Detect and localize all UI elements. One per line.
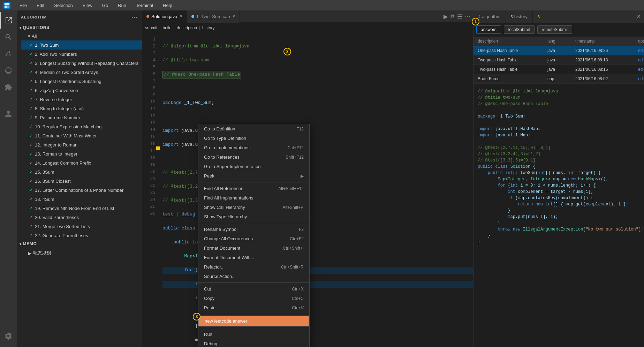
- ctx-show-type-hierarchy[interactable]: Show Type Hierarchy: [198, 212, 309, 221]
- ctx-change-all-occurrences[interactable]: Change All Occurrences Ctrl+F2: [198, 234, 309, 243]
- menu-help[interactable]: Help: [161, 2, 174, 9]
- menu-go[interactable]: Go: [100, 2, 110, 9]
- ctx-peek[interactable]: Peek ▶: [198, 171, 309, 181]
- ctx-run[interactable]: Run: [198, 330, 309, 339]
- ctx-go-to-super[interactable]: Go to Super Implementation: [198, 162, 309, 171]
- td-edit-4[interactable]: edit: [634, 74, 644, 83]
- question-item-17[interactable]: ✓ 17. Letter Combinations of a Phone Num…: [21, 186, 142, 195]
- question-item-21[interactable]: ✓ 21. Merge Two Sorted Lists: [21, 222, 142, 231]
- question-item-14[interactable]: ✓ 14. Longest Common Prefix: [21, 158, 142, 167]
- section-questions[interactable]: ▾ QUESTIONS: [17, 24, 142, 31]
- menu-view[interactable]: View: [81, 2, 94, 9]
- td-edit-3[interactable]: edit: [634, 65, 644, 74]
- split-editor-button[interactable]: ⧉: [450, 13, 454, 20]
- table-row-2[interactable]: Two-pass Hash Table java 2021/06/16 08:1…: [473, 55, 644, 65]
- rpanel-tab-history[interactable]: 5 history: [506, 10, 533, 23]
- table-row-3[interactable]: Two-pass Hash Table java 2021/06/16 08:1…: [473, 65, 644, 74]
- question-item-5[interactable]: ✓ 5. Longest Palindromic Substring: [21, 77, 142, 86]
- question-item-18[interactable]: ✓ 18. 4Sum: [21, 195, 142, 204]
- context-menu: Go to Definition F12 Go to Type Definiti…: [198, 124, 310, 347]
- table-row-1[interactable]: One-pass Hash Table java 2021/06/16 08:2…: [473, 46, 644, 55]
- ctx-debug[interactable]: Debug: [198, 339, 309, 347]
- section-memo[interactable]: ▾ MEMO: [17, 240, 142, 248]
- question-item-7[interactable]: ✓ 7. Reverse Integer: [21, 95, 142, 104]
- question-item-13[interactable]: ✓ 13. Roman to Integer: [21, 149, 142, 158]
- question-item-8[interactable]: ✓ 8. String to Integer (atoi): [21, 104, 142, 113]
- ctx-format-document-with[interactable]: Format Document With...: [198, 253, 309, 262]
- code-editor[interactable]: 12345 678910 1112131415 1617181920 21222…: [142, 33, 473, 347]
- ctx-find-all-refs[interactable]: Find All References Alt+Shift+F12: [198, 184, 309, 193]
- question-item-12[interactable]: ✓ 12. Integer to Roman: [21, 140, 142, 149]
- question-item-1[interactable]: ✓ 1. Two Sum: [21, 40, 142, 50]
- tab-two-sum-cao[interactable]: 1_Two_Sum.cao ×: [187, 10, 240, 23]
- question-item-20[interactable]: ✓ 20. Valid Parentheses: [21, 213, 142, 222]
- menu-file[interactable]: File: [17, 2, 29, 9]
- activity-search[interactable]: [0, 29, 17, 45]
- tab-solution-java[interactable]: Solution.java ×: [142, 10, 187, 23]
- td-edit-1[interactable]: edit: [634, 46, 644, 55]
- svg-rect-2: [5, 6, 7, 8]
- question-item-4[interactable]: ✓ 4. Median of Two Sorted Arrays: [21, 68, 142, 77]
- rpanel-tab-6[interactable]: 6: [533, 10, 546, 23]
- toolbar-description[interactable]: description: [177, 25, 197, 30]
- ctx-copy[interactable]: Copy Ctrl+C: [198, 294, 309, 303]
- chevron-questions: ▾: [20, 26, 22, 30]
- question-item-22[interactable]: ✓ 22. Generate Parentheses: [21, 231, 142, 240]
- toolbar-history[interactable]: history: [202, 25, 214, 30]
- menu-bar: File Edit Selection View Go Run Terminal…: [0, 0, 644, 10]
- menu-selection[interactable]: Selection: [52, 2, 75, 9]
- td-time-4: 2021/06/16 08:02: [571, 74, 634, 83]
- local-submit-button[interactable]: localSubmit: [504, 25, 535, 34]
- check-5: ✓: [29, 79, 33, 84]
- ctx-new-leetcode-answer[interactable]: new leetcode answer: [198, 316, 309, 326]
- activity-debug[interactable]: [0, 62, 17, 79]
- table-row-4[interactable]: Brute Force cpp 2021/06/16 08:02 edit: [473, 74, 644, 84]
- question-item-19[interactable]: ✓ 19. Remove Nth Node From End of List: [21, 204, 142, 213]
- toggle-panel-button[interactable]: ☰: [457, 13, 462, 20]
- activity-explorer[interactable]: [0, 12, 17, 29]
- ctx-go-to-type-definition[interactable]: Go to Type Definition: [198, 134, 309, 143]
- question-item-16[interactable]: ✓ 16. 3Sum Closest: [21, 176, 142, 186]
- ctx-go-to-implementations[interactable]: Go to Implementations Ctrl+F12: [198, 143, 309, 152]
- ctx-paste[interactable]: Paste Ctrl+V: [198, 303, 309, 312]
- activity-scm[interactable]: [0, 45, 17, 62]
- question-item-3[interactable]: ✓ 3. Longest Substring Without Repeating…: [21, 59, 142, 68]
- menu-run[interactable]: Run: [116, 2, 128, 9]
- menu-terminal[interactable]: Terminal: [134, 2, 155, 9]
- toolbar-submit[interactable]: submit: [145, 25, 157, 30]
- chevron-dp: ▶: [28, 251, 31, 256]
- activity-person[interactable]: [0, 105, 17, 122]
- all-filter[interactable]: ▾ All: [21, 31, 142, 40]
- ctx-rename-symbol[interactable]: Rename Symbol F2: [198, 225, 309, 234]
- td-desc-2: Two-pass Hash Table: [473, 55, 543, 65]
- question-item-2[interactable]: ✓ 2. Add Two Numbers: [21, 50, 142, 59]
- ctx-find-all-impls[interactable]: Find All Implementations: [198, 193, 309, 203]
- ctx-show-call-hierarchy[interactable]: Show Call Hierarchy Alt+Shift+H: [198, 203, 309, 212]
- question-item-15[interactable]: ✓ 15. 3Sum: [21, 167, 142, 176]
- ctx-format-document[interactable]: Format Document Ctrl+Shift+I: [198, 243, 309, 253]
- question-item-9[interactable]: ✓ 9. Palindrome Number: [21, 113, 142, 122]
- ctx-cut[interactable]: Cut Ctrl+X: [198, 284, 309, 294]
- activity-extensions[interactable]: [0, 79, 17, 96]
- remote-submit-button[interactable]: remoteSubmit: [537, 25, 573, 34]
- ctx-go-to-definition[interactable]: Go to Definition F12: [198, 124, 309, 134]
- more-actions-button[interactable]: ⋯: [465, 13, 470, 20]
- question-item-10[interactable]: ✓ 10. Regular Expression Matching: [21, 122, 142, 131]
- toolbar-build[interactable]: build: [162, 25, 171, 30]
- ctx-source-action[interactable]: Source Action...: [198, 272, 309, 281]
- run-button[interactable]: ▶: [444, 13, 448, 20]
- question-item-6[interactable]: ✓ 6. ZigZag Conversion: [21, 86, 142, 95]
- rpanel-close-button[interactable]: ×: [633, 13, 644, 20]
- activity-settings[interactable]: [0, 327, 17, 344]
- sidebar-more[interactable]: ⋯: [131, 13, 138, 21]
- answers-button[interactable]: answers: [476, 25, 501, 34]
- tab-close-solution[interactable]: ×: [179, 14, 182, 19]
- question-item-11[interactable]: ✓ 11. Container With Most Water: [21, 131, 142, 140]
- td-edit-2[interactable]: edit: [634, 55, 644, 65]
- ctx-refactor[interactable]: Refactor... Ctrl+Shift+R: [198, 262, 309, 272]
- menu-edit[interactable]: Edit: [35, 2, 46, 9]
- ctx-go-to-references[interactable]: Go to References Shift+F12: [198, 152, 309, 162]
- editor-area: Solution.java × 1_Two_Sum.cao × ▶ ⧉ ☰ ⋯ …: [142, 10, 473, 347]
- tab-close-cao[interactable]: ×: [232, 14, 235, 19]
- memo-item-dp[interactable]: ▶ 动态规划: [17, 249, 142, 257]
